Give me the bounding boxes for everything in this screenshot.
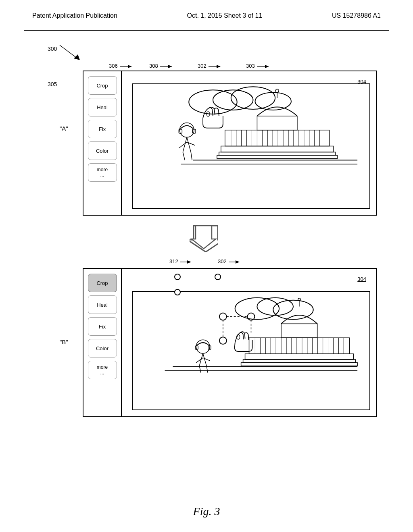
arrow-302-b <box>229 258 241 266</box>
label-300: 300 <box>48 45 57 52</box>
toolbar-a: Crop Heal Fix Color more... <box>83 71 122 215</box>
svg-rect-59 <box>241 363 358 366</box>
svg-rect-79 <box>281 324 317 338</box>
svg-marker-1 <box>74 54 80 60</box>
label-304-b: 304 <box>357 276 366 282</box>
arrow-312 <box>180 258 192 266</box>
crop-button-b[interactable]: Crop <box>88 274 117 292</box>
svg-rect-17 <box>225 130 330 146</box>
crop-button-a[interactable]: Crop <box>88 76 117 95</box>
label-b: "B" <box>60 339 68 345</box>
crop-handle-tl <box>174 274 181 280</box>
svg-point-88 <box>219 313 227 320</box>
arrow-308 <box>160 62 172 71</box>
label-302-b: 302 <box>218 258 241 266</box>
arrow-300-svg <box>56 43 88 63</box>
fix-button-b[interactable]: Fix <box>88 317 117 336</box>
heal-button-b[interactable]: Heal <box>88 295 117 314</box>
scene-svg-b <box>133 292 369 409</box>
svg-marker-3 <box>128 65 132 68</box>
label-302-a: 302 <box>198 62 221 71</box>
svg-marker-49 <box>187 260 191 264</box>
svg-line-0 <box>60 45 76 57</box>
svg-marker-7 <box>217 65 221 68</box>
svg-rect-57 <box>245 354 354 360</box>
content-b: 304 <box>122 269 376 416</box>
label-312: 312 <box>169 258 192 266</box>
header-left: Patent Application Publication <box>32 12 117 19</box>
inner-box-304-a <box>132 83 370 209</box>
more-button-a[interactable]: more... <box>88 163 117 182</box>
svg-marker-51 <box>236 260 240 264</box>
svg-rect-16 <box>217 155 337 158</box>
svg-marker-5 <box>168 65 172 68</box>
svg-marker-9 <box>265 65 269 68</box>
scene-svg-a <box>133 84 369 208</box>
label-306: 306 <box>109 62 132 71</box>
figure-label: Fig. 3 <box>193 505 220 518</box>
label-a: "A" <box>60 125 68 132</box>
svg-point-92 <box>219 337 227 344</box>
svg-rect-58 <box>243 360 356 363</box>
down-arrow-svg <box>190 224 218 252</box>
svg-rect-60 <box>249 338 350 354</box>
label-305: 305 <box>48 81 57 88</box>
toolbar-b: Crop Heal Fix Color more... <box>83 269 122 416</box>
color-button-b[interactable]: Color <box>88 339 117 357</box>
svg-point-38 <box>275 89 279 92</box>
header-right: US 15278986 A1 <box>332 12 381 19</box>
inner-box-304-b <box>132 291 370 410</box>
svg-rect-15 <box>219 152 336 155</box>
header: Patent Application Publication Oct. 1, 2… <box>0 12 413 19</box>
svg-rect-14 <box>221 146 334 152</box>
heal-button-a[interactable]: Heal <box>88 98 117 116</box>
arrow-303 <box>257 62 269 71</box>
arrow-306 <box>120 62 132 71</box>
arrow-302-a <box>209 62 221 71</box>
outer-box-a: Crop Heal Fix Color more... 304 <box>83 71 377 216</box>
content-a: 304 <box>122 71 376 215</box>
label-303: 303 <box>246 62 269 71</box>
header-center: Oct. 1, 2015 Sheet 3 of 11 <box>187 12 263 19</box>
fix-button-a[interactable]: Fix <box>88 120 117 138</box>
label-308: 308 <box>149 62 172 71</box>
down-arrow <box>190 224 218 254</box>
crop-handle-bl <box>174 289 181 295</box>
outer-box-b: Crop Heal Fix Color more... 304 <box>83 268 377 417</box>
svg-rect-36 <box>257 116 297 130</box>
more-button-b[interactable]: more... <box>88 361 117 379</box>
color-button-a[interactable]: Color <box>88 141 117 160</box>
crop-handle-tr <box>215 274 221 280</box>
header-divider <box>24 30 389 31</box>
